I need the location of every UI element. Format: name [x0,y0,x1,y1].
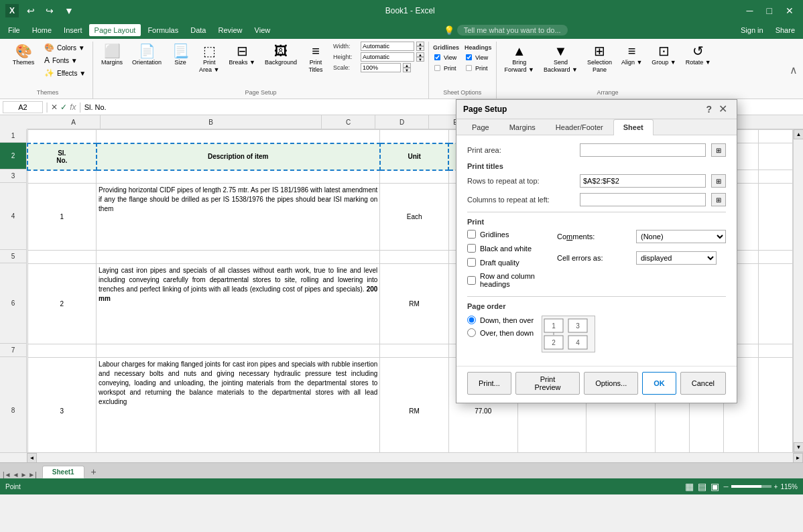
cell-c6[interactable]: RM [380,264,449,344]
dialog-tab-sheet[interactable]: Sheet [613,119,654,135]
cell-b4[interactable]: Providing horizontal CIDF pipes of lengt… [97,184,380,251]
add-sheet-btn[interactable]: + [86,465,102,478]
print-preview-btn[interactable]: Print Preview [515,372,580,395]
cell-c5[interactable] [380,251,449,264]
cell-j7[interactable] [758,344,792,358]
dialog-tab-margins[interactable]: Margins [499,119,546,135]
size-btn[interactable]: 📃 Size [167,42,194,69]
cell-b8[interactable]: Labour charges for making flanged joints… [97,358,380,453]
gridlines-checkbox[interactable] [467,230,476,239]
confirm-formula-btn[interactable]: ✓ [60,103,67,112]
cols-to-repeat-input[interactable] [580,193,706,206]
width-up[interactable]: ▲ [416,42,424,46]
black-white-checkbox[interactable] [467,244,476,253]
row-header-8[interactable]: 8 [0,357,26,452]
sheet-scroll-prev[interactable]: ◄ [13,471,19,478]
cell-a8[interactable]: 3 [27,358,97,453]
print-area-input[interactable] [580,143,706,157]
cell-c2[interactable]: Unit [380,143,449,170]
selection-pane-btn[interactable]: ⊞ SelectionPane [583,42,616,76]
row-header-4[interactable]: 4 [0,183,26,250]
close-btn[interactable]: ✕ [782,4,798,17]
scale-up[interactable]: ▲ [403,63,411,68]
cell-j3[interactable] [758,170,792,184]
menu-home[interactable]: Home [27,24,57,36]
cell-c8[interactable]: RM [380,358,449,453]
headings-view-checkbox[interactable] [466,54,472,60]
sheet-scroll-last[interactable]: ►| [28,471,37,478]
menu-review[interactable]: Review [212,24,247,36]
undo-btn[interactable]: ↩ [23,4,39,17]
tell-me-input[interactable]: Tell me what you want to do... [457,25,568,36]
print-area-btn[interactable]: ⬚ PrintArea ▼ [195,42,223,76]
row-header-7[interactable]: 7 [0,344,26,357]
v-scrollbar[interactable]: ▲ ▼ [793,129,803,452]
height-down[interactable]: ▼ [416,57,424,62]
align-btn[interactable]: ≡ Align ▼ [617,42,646,69]
menu-view[interactable]: View [249,24,276,36]
row-header-5[interactable]: 5 [0,250,26,263]
scroll-left-btn[interactable]: ◄ [27,453,37,462]
cell-c7[interactable] [380,344,449,358]
col-header-d[interactable]: D [375,115,429,129]
col-header-c[interactable]: C [322,115,375,129]
row-header-2[interactable]: 2 [0,143,26,170]
cancel-btn[interactable]: Cancel [680,372,726,395]
cell-c3[interactable] [380,170,449,184]
cell-c4[interactable]: Each [380,184,449,251]
ok-btn[interactable]: OK [642,372,676,395]
cancel-formula-btn[interactable]: ✕ [51,103,58,112]
print-area-ref-btn[interactable]: ⊞ [711,143,726,157]
scroll-up-btn[interactable]: ▲ [794,129,803,139]
breaks-btn[interactable]: ⊟ Breaks ▼ [225,42,259,69]
cell-c1[interactable] [380,130,449,143]
cell-b5[interactable] [97,251,380,264]
draft-quality-checkbox[interactable] [467,258,476,267]
minimize-btn[interactable]: ─ [743,4,757,17]
zoom-out-btn[interactable]: ─ [723,483,728,490]
row-header-3[interactable]: 3 [0,170,26,183]
menu-file[interactable]: File [3,24,25,36]
row-header-6[interactable]: 6 [0,263,26,344]
col-header-b[interactable]: B [101,115,322,129]
cell-a6[interactable]: 2 [27,264,97,344]
dialog-close-btn[interactable]: ✕ [716,104,730,115]
cell-j2[interactable] [758,143,792,170]
page-layout-view-icon[interactable]: ▤ [698,481,706,492]
menu-data[interactable]: Data [185,24,211,36]
cell-j1[interactable] [758,130,792,143]
bring-forward-btn[interactable]: ▲ BringForward ▼ [501,42,538,76]
sheet-scroll-next[interactable]: ► [20,471,27,478]
orientation-btn[interactable]: 📄 Orientation [128,42,166,69]
zoom-slider[interactable] [731,485,771,488]
rotate-btn[interactable]: ↺ Rotate ▼ [682,42,715,69]
scroll-down-btn[interactable]: ▼ [794,442,803,452]
cell-a2[interactable]: Sl.No. [27,143,97,170]
cell-errors-select[interactable]: displayed blank -- #N/A [636,251,717,265]
cell-j4[interactable] [758,184,792,251]
dialog-tab-page[interactable]: Page [462,119,499,135]
colors-btn[interactable]: 🎨 Colors ▼ [42,42,88,54]
themes-btn[interactable]: 🎨 Themes [7,42,40,69]
scale-input[interactable] [361,63,401,72]
col-header-a[interactable]: A [47,115,101,129]
width-down[interactable]: ▼ [416,46,424,51]
height-up[interactable]: ▲ [416,52,424,57]
menu-page-layout[interactable]: Page Layout [89,24,141,36]
group-btn[interactable]: ⊡ Group ▼ [647,42,680,69]
rows-to-repeat-ref-btn[interactable]: ⊞ [711,174,726,188]
fonts-btn[interactable]: A Fonts ▼ [42,54,88,66]
cell-b1[interactable] [97,130,380,143]
gridlines-view-checkbox[interactable] [434,54,440,60]
send-backward-btn[interactable]: ▼ SendBackward ▼ [540,42,582,76]
normal-view-icon[interactable]: ▦ [685,481,694,492]
dialog-help-btn[interactable]: ? [706,104,712,115]
gridlines-print-checkbox[interactable] [434,65,440,71]
cell-b7[interactable] [97,344,380,358]
effects-btn[interactable]: ✨ Effects ▼ [42,67,88,79]
menu-formulas[interactable]: Formulas [142,24,184,36]
menu-insert[interactable]: Insert [58,24,88,36]
print-btn[interactable]: Print... [467,372,511,395]
over-then-down-radio[interactable] [467,328,476,337]
dialog-tab-headerfooter[interactable]: Header/Footer [546,119,613,135]
